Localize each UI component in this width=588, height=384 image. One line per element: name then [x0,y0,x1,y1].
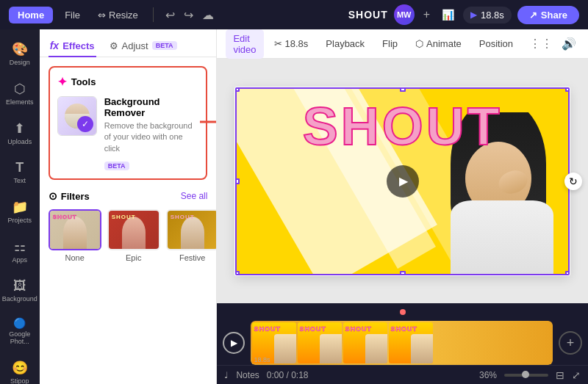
file-tab[interactable]: File [59,7,86,23]
add-clip-button[interactable]: + [559,331,582,355]
tools-section: ✦ Tools ✓ Background Remover R [49,66,208,180]
add-button[interactable]: + [420,8,433,21]
timeline-bottom: ♩ Notes 0:00 / 0:18 36% ⊟ ⤢ [217,365,588,384]
timeline-playhead[interactable] [400,309,406,315]
sidebar-item-label: Design [10,59,30,66]
notes-label: Notes [236,370,259,380]
sidebar-item-label: Apps [12,256,28,264]
position-btn[interactable]: Position [472,35,520,53]
sidebar-item-google-photos[interactable]: 🔵 Google Phot... [1,311,39,351]
flip-btn[interactable]: Flip [375,35,405,53]
effects-content: ✦ Tools ✓ Background Remover R [40,57,217,271]
sel-handle-tr[interactable] [565,87,570,92]
sidebar-item-label: Elements [6,98,34,106]
home-tab[interactable]: Home [9,7,53,23]
playback-btn[interactable]: Playback [318,35,372,53]
effects-tabs: fx Effects ⚙ Adjust BETA [40,29,217,57]
filters-header: ⊙ Filters See all [49,190,208,202]
sel-handle-ml[interactable] [235,178,240,184]
bg-remover-title: Background Remover [104,96,199,118]
play-button[interactable]: ▶ [387,165,419,198]
sidebar-item-stipop[interactable]: 😊 Stipop [1,354,39,384]
undo-button[interactable]: ↩ [162,7,178,23]
timeline-track: SHOUT SHOUT SHOUT SHOUT [251,321,553,365]
clip-shout-mini-3: SHOUT [345,325,372,333]
redo-button[interactable]: ↪ [181,7,196,23]
effects-panel: fx Effects ⚙ Adjust BETA ✦ Tools [40,29,218,384]
sidebar-item-uploads[interactable]: ⬆ Uploads [1,115,39,151]
adjust-icon: ⚙ [110,40,118,51]
avatar[interactable]: MW [394,4,415,25]
tab-effects[interactable]: fx Effects [49,35,96,57]
sidebar-item-elements[interactable]: ⬡ Elements [1,75,39,112]
cut-time-btn[interactable]: ✂ 18.8s [267,35,316,53]
play-triangle-icon: ▶ [399,174,408,188]
bg-remover-info: Background Remover Remove the background… [104,96,199,171]
apps-icon: ⚏ [14,239,26,255]
timeline-play-button[interactable]: ▶ [223,332,245,354]
undo-redo-group: ↩ ↪ [162,7,196,23]
topbar: Home File ⇔ Resize ↩ ↪ ☁ SHOUT MW + 📊 ▶ … [0,0,588,29]
cloud-icon: ☁ [202,8,214,22]
bg-remover-card[interactable]: ✓ Background Remover Remove the backgrou… [57,96,199,171]
tools-label: Tools [71,76,96,87]
tab-adjust[interactable]: ⚙ Adjust BETA [108,35,179,57]
main-layout: 🎨 Design ⬡ Elements ⬆ Uploads T Text 📁 P… [0,29,588,384]
canvas-viewport: SHOUT ▶ [217,59,588,303]
clip-person-mini-1 [274,334,296,363]
sidebar-item-background[interactable]: 🖼 Background [1,272,39,308]
sidebar-item-design[interactable]: 🎨 Design [1,35,39,72]
timeline-duration: 18.8s [254,356,270,363]
chart-icon[interactable]: 📊 [439,6,457,23]
sidebar-item-text[interactable]: T Text [1,154,39,190]
sidebar-item-label: Projects [8,217,32,224]
clip-shout-mini-4: SHOUT [390,325,417,333]
filter-epic-thumb: SHOUT [107,209,160,250]
sidebar-item-label: Text [14,177,26,184]
volume-icon[interactable]: 🔊 [559,34,579,54]
clip-shout-mini-1: SHOUT [254,325,281,333]
share-button[interactable]: ↗ Share [517,6,579,24]
filter-none[interactable]: SHOUT None [49,209,101,262]
canvas-frame[interactable]: SHOUT ▶ [235,87,570,275]
fx-icon: fx [50,40,59,51]
timeline: ▶ SHOUT SHOUT SHOUT [217,303,588,384]
zoom-thumb [522,371,529,378]
left-sidebar: 🎨 Design ⬡ Elements ⬆ Uploads T Text 📁 P… [0,29,40,384]
clip-thumb-2: SHOUT [298,322,342,363]
clip-person-mini-2 [320,334,342,363]
sidebar-item-label: Stipop [10,377,29,384]
animate-icon: ⬡ [415,38,423,49]
layout-icon[interactable]: ⊟ [556,369,564,381]
time-display: 0:00 / 0:18 [267,370,309,380]
sel-handle-tc[interactable] [400,87,406,92]
text-icon: T [15,160,24,175]
fullscreen-icon[interactable]: ⤢ [572,369,581,381]
zoom-level: 36% [479,370,497,380]
elements-icon: ⬡ [14,81,26,97]
filter-festive[interactable]: SHOUT Festive [166,209,218,262]
timeline-clip[interactable]: SHOUT SHOUT SHOUT SHOUT [251,321,553,365]
tools-header: ✦ Tools [57,75,199,89]
uploads-icon: ⬆ [14,120,25,137]
stipop-icon: 😊 [12,360,28,376]
bg-remover-beta-badge: BETA [104,162,129,170]
edit-video-btn[interactable]: Edit video [226,29,263,59]
sel-handle-tl[interactable] [235,87,240,92]
sidebar-item-label: Background [2,295,37,303]
canvas-area: Edit video ✂ 18.8s Playback Flip ⬡ Anima… [217,29,588,384]
notes-icon: ♩ [224,370,229,380]
resize-icon: ⇔ [98,10,106,21]
google-photos-icon: 🔵 [13,317,26,329]
filter-epic[interactable]: SHOUT Epic [107,209,160,262]
animate-btn[interactable]: ⬡ Animate [408,35,469,53]
sidebar-item-label: Uploads [7,138,32,145]
sel-handle-bl[interactable] [235,271,240,275]
grid-icon[interactable]: ⋮⋮ [526,34,556,54]
see-all-link[interactable]: See all [181,191,208,201]
zoom-slider[interactable] [504,374,548,377]
resize-tab[interactable]: ⇔ Resize [92,7,144,23]
sidebar-item-projects[interactable]: 📁 Projects [1,193,39,230]
beta-badge: BETA [152,41,177,50]
sidebar-item-apps[interactable]: ⚏ Apps [1,233,39,269]
